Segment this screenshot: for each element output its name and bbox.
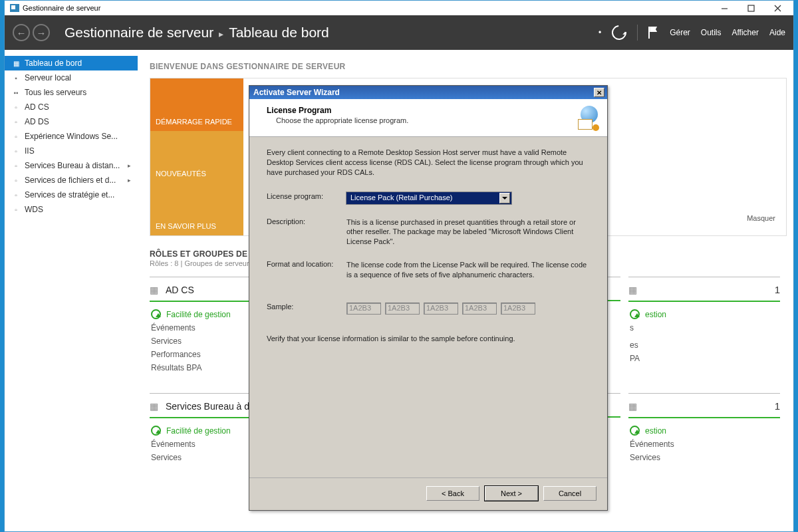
chevron-down-icon — [499, 193, 510, 203]
role-icon: ▦ — [150, 401, 162, 412]
sidebar-item-label: AD CS — [25, 102, 49, 112]
dashboard-icon: ▦ — [11, 59, 21, 67]
tile-row[interactable]: s — [628, 321, 780, 334]
verify-text: Verify that your license information is … — [267, 334, 590, 342]
sidebar-item[interactable]: ▦Tableau de bord — [5, 56, 138, 70]
description-value: This is a license purchased in preset qu… — [346, 217, 590, 247]
wizard-header-title: License Program — [267, 106, 573, 115]
role-icon: ▫ — [11, 103, 21, 111]
menu-view[interactable]: Afficher — [732, 28, 759, 37]
maximize-button[interactable] — [737, 1, 764, 15]
tile-row[interactable]: Services — [628, 451, 780, 464]
tile-row[interactable]: es — [628, 338, 780, 352]
whats-new-seg[interactable]: NOUVEAUTÉS — [150, 131, 243, 184]
sidebar-item[interactable]: ▫Services Bureau à distan...▸ — [5, 158, 138, 173]
sidebar-item[interactable]: ▫WDS — [5, 202, 138, 217]
sample-field: 1A2B3 — [424, 303, 458, 315]
sidebar-item-label: Tableau de bord — [25, 59, 82, 68]
wizard-icon — [573, 106, 599, 130]
label-description: Description: — [267, 217, 346, 247]
role-icon: ▫ — [11, 176, 21, 184]
sidebar-item-label: Expérience Windows Se... — [25, 132, 118, 141]
sample-field: 1A2B3 — [385, 303, 420, 315]
window-title: Gestionnaire de serveur — [23, 4, 100, 12]
activate-server-wizard: Activate Server Wizard ✕ License Program… — [249, 85, 608, 511]
wizard-intro: Every client connecting to a Remote Desk… — [267, 148, 590, 178]
tile-count: 1 — [775, 284, 780, 295]
sidebar-item-label: IIS — [25, 146, 35, 156]
role-icon: ▦ — [150, 285, 162, 295]
sidebar-item[interactable]: ▫AD CS — [5, 100, 138, 114]
role-icon: ▦ — [628, 285, 640, 295]
role-icon: ▫ — [11, 191, 21, 199]
role-icon: ▫ — [11, 118, 21, 126]
refresh-icon[interactable] — [609, 23, 630, 43]
status-ok-icon — [151, 426, 161, 436]
servers-icon: ▪▪ — [11, 88, 21, 96]
status-ok-icon — [630, 426, 640, 436]
app-icon — [10, 4, 19, 12]
sidebar-item-label: Services de fichiers et d... — [25, 176, 116, 185]
menu-tools[interactable]: Outils — [701, 28, 722, 37]
server-icon: ▪ — [11, 74, 21, 82]
sample-field: 1A2B3 — [346, 303, 381, 315]
label-format: Format and location: — [267, 260, 346, 280]
label-license-program: License program: — [267, 192, 346, 204]
breadcrumb: Gestionnaire de serveur▸Tableau de bord — [65, 25, 329, 41]
tile-count: 1 — [775, 400, 780, 412]
sidebar-item-label: Services Bureau à distan... — [25, 161, 120, 170]
role-tile: ▦1estionsesPA — [628, 277, 780, 374]
back-button[interactable]: < Back — [426, 486, 479, 501]
wizard-header-subtitle: Choose the appropriate license program. — [276, 116, 573, 124]
format-value: The license code from the License Pack w… — [346, 260, 590, 280]
wizard-titlebar: Activate Server Wizard ✕ — [249, 86, 607, 99]
toolbar: ← → Gestionnaire de serveur▸Tableau de b… — [5, 15, 793, 50]
sidebar-item[interactable]: ▫Expérience Windows Se... — [5, 129, 138, 144]
sidebar-item[interactable]: ▫Services de fichiers et d...▸ — [5, 173, 138, 188]
tile-row[interactable]: Événements — [628, 438, 780, 451]
learn-more-seg[interactable]: EN SAVOIR PLUS — [150, 183, 243, 235]
sidebar-item-label: Serveur local — [25, 73, 71, 82]
status-ok-icon — [630, 309, 640, 319]
sidebar: ▦Tableau de bord▪Serveur local▪▪Tous les… — [5, 50, 138, 531]
role-icon: ▫ — [11, 147, 21, 155]
sidebar-item[interactable]: ▪Serveur local — [5, 70, 138, 85]
sidebar-item[interactable]: ▫IIS — [5, 144, 138, 158]
nav-back-button[interactable]: ← — [13, 24, 30, 41]
cancel-button[interactable]: Cancel — [543, 486, 597, 501]
sample-field: 1A2B3 — [462, 303, 497, 315]
menu-manage[interactable]: Gérer — [670, 28, 690, 37]
menu-help[interactable]: Aide — [769, 28, 785, 37]
svg-rect-1 — [748, 5, 754, 11]
license-program-select[interactable]: License Pack (Retail Purchase) — [346, 192, 511, 204]
titlebar: Gestionnaire de serveur — [5, 1, 793, 15]
notifications-icon[interactable] — [648, 27, 659, 39]
tile-row[interactable]: PA — [628, 352, 780, 365]
sidebar-item[interactable]: ▪▪Tous les serveurs — [5, 85, 138, 100]
quick-start-seg[interactable]: DÉMARRAGE RAPIDE — [150, 78, 243, 131]
tile-row[interactable]: estion — [628, 424, 780, 438]
role-tile: ▦1estionÉvénementsServices — [628, 393, 780, 464]
sidebar-item-label: AD DS — [25, 117, 49, 126]
chevron-right-icon: ▸ — [128, 177, 131, 184]
wizard-close-button[interactable]: ✕ — [594, 88, 604, 97]
tile-title: AD CS — [166, 285, 194, 295]
role-icon: ▫ — [11, 205, 21, 213]
role-icon: ▫ — [11, 132, 21, 140]
status-ok-icon — [151, 309, 161, 319]
next-button[interactable]: Next > — [485, 486, 538, 501]
sidebar-item[interactable]: ▫AD DS — [5, 114, 138, 129]
role-icon: ▦ — [628, 401, 640, 412]
sidebar-item-label: Tous les serveurs — [25, 88, 86, 97]
nav-forward-button[interactable]: → — [33, 24, 50, 41]
sidebar-item[interactable]: ▫Services de stratégie et... — [5, 188, 138, 202]
hide-link[interactable]: Masquer — [747, 214, 775, 222]
welcome-heading: BIENVENUE DANS GESTIONNAIRE DE SERVEUR — [150, 62, 787, 71]
role-icon: ▫ — [11, 162, 21, 170]
close-button[interactable] — [764, 1, 791, 15]
minimize-button[interactable] — [711, 1, 737, 15]
sidebar-item-label: Services de stratégie et... — [25, 190, 114, 200]
sidebar-item-label: WDS — [25, 205, 43, 214]
sample-field: 1A2B3 — [501, 303, 535, 315]
tile-row[interactable]: estion — [628, 307, 780, 321]
